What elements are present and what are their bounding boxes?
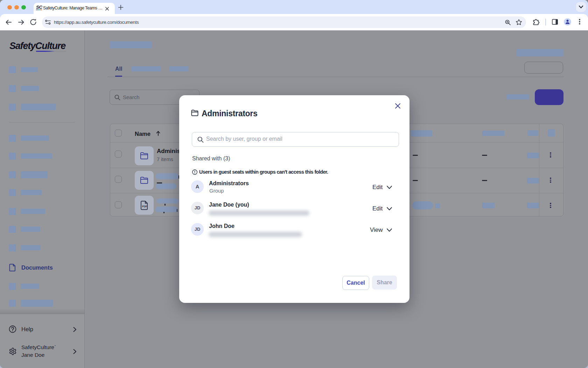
svg-text:PDF: PDF <box>142 205 147 208</box>
